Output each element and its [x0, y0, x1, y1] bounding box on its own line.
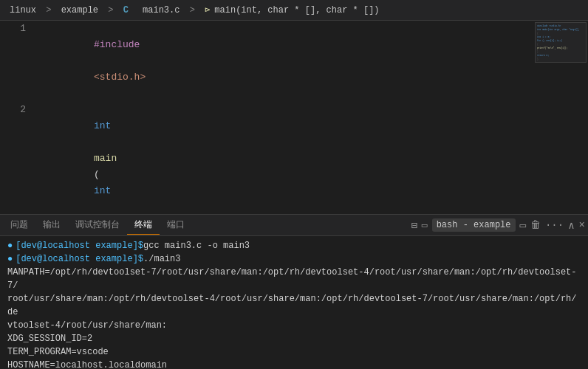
- close-panel-button[interactable]: ×: [579, 219, 585, 231]
- kill-terminal-button[interactable]: 🗑: [530, 219, 541, 231]
- line-content[interactable]: #include <stdio.h>: [33, 21, 588, 102]
- function-name: main: [94, 153, 117, 164]
- table-row: 1 #include <stdio.h>: [0, 21, 588, 102]
- tab-debug-console[interactable]: 调试控制台: [68, 215, 127, 235]
- tab-problems[interactable]: 问题: [3, 215, 35, 235]
- terminal-line: ● [dev@localhost example]$ ./main3: [7, 252, 581, 266]
- editor-area: 1 #include <stdio.h> 2 int main ( int ar…: [0, 21, 588, 214]
- breadcrumb: linux > example > C main3.c > ⊳ main(int…: [0, 0, 588, 21]
- breadcrumb-function[interactable]: main(int, char * [], char * []): [214, 5, 379, 15]
- terminal-line: ● [dev@localhost example]$ gcc main3.c -…: [7, 239, 581, 252]
- keyword-int: int: [94, 120, 111, 131]
- tab-ports[interactable]: 端口: [160, 215, 192, 235]
- terminal-split-icon2[interactable]: ▭: [422, 219, 428, 231]
- breadcrumb-linux[interactable]: linux: [10, 5, 36, 15]
- terminal-tab-icon[interactable]: ▭: [520, 219, 526, 232]
- terminal-output-2: XDG_SESSION_ID=2: [7, 332, 581, 345]
- breadcrumb-file[interactable]: main3.c: [143, 5, 180, 15]
- keyword-preprocessor: #include: [94, 39, 140, 50]
- panel-tabs: 问题 输出 调试控制台 终端 端口 ⊟ ▭ bash - example ▭ 🗑…: [0, 214, 588, 236]
- terminal-area[interactable]: ● [dev@localhost example]$ gcc main3.c -…: [0, 236, 588, 369]
- include-string: <stdio.h>: [94, 72, 146, 83]
- code-table: 1 #include <stdio.h> 2 int main ( int ar…: [0, 21, 588, 214]
- prompt-bullet: ●: [7, 252, 13, 266]
- line-number: 1: [0, 21, 33, 102]
- breadcrumb-example[interactable]: example: [61, 5, 98, 15]
- panel-controls: ⊟ ▭ bash - example ▭ 🗑 ··· ∧ ×: [411, 218, 585, 232]
- prompt-bullet: ●: [7, 239, 13, 252]
- prompt-user2: [dev@localhost example]$: [16, 252, 143, 266]
- terminal-output: MANPATH=/opt/rh/devtoolset-7/root/usr/sh…: [7, 266, 581, 332]
- terminal-command2: ./main3: [143, 252, 180, 266]
- more-actions-button[interactable]: ···: [545, 219, 564, 231]
- terminal-output-4: HOSTNAME=localhost.localdomain: [7, 359, 581, 369]
- split-terminal-icon[interactable]: ⊟: [411, 219, 417, 232]
- terminal-output-3: TERM_PROGRAM=vscode: [7, 345, 581, 359]
- minimap: #include <stdio.h> int main(int argc, ch…: [535, 22, 587, 63]
- line-number: 2: [0, 102, 33, 214]
- maximize-panel-button[interactable]: ∧: [568, 219, 574, 232]
- tab-output[interactable]: 输出: [35, 215, 68, 235]
- line-content[interactable]: int main ( int argc , char * argv [], ch…: [33, 102, 588, 214]
- terminal-command: gcc main3.c -o main3: [143, 239, 250, 252]
- tab-terminal[interactable]: 终端: [127, 215, 160, 235]
- breadcrumb-symbol: ⊳: [205, 4, 210, 15]
- bash-label: bash - example: [432, 218, 516, 232]
- prompt-user: [dev@localhost example]$: [16, 239, 143, 252]
- keyword-int2: int: [94, 185, 111, 196]
- breadcrumb-c-icon: C: [123, 5, 129, 15]
- table-row: 2 int main ( int argc , char * argv [], …: [0, 102, 588, 214]
